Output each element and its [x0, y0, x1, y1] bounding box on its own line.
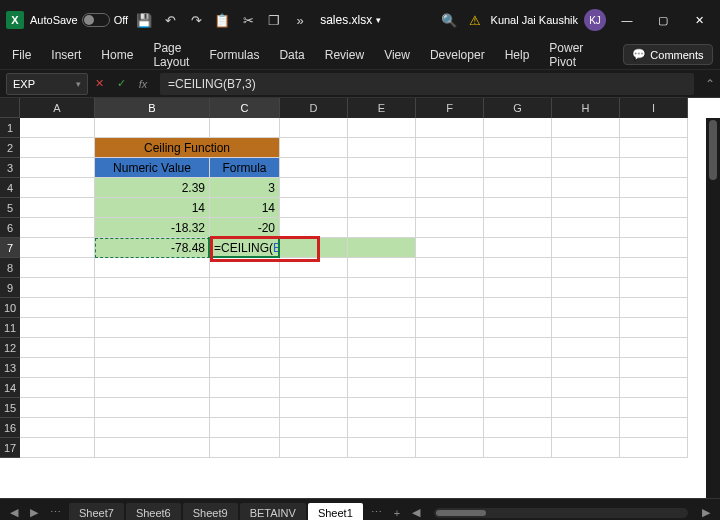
cell[interactable]: [20, 438, 95, 458]
cell[interactable]: [95, 358, 210, 378]
cell[interactable]: [348, 118, 416, 138]
cell[interactable]: -18.32: [95, 218, 210, 238]
cell[interactable]: [95, 398, 210, 418]
cell[interactable]: [552, 318, 620, 338]
comments-button[interactable]: 💬 Comments: [623, 44, 712, 65]
scroll-left-icon[interactable]: ◀: [408, 506, 424, 519]
cell[interactable]: [20, 278, 95, 298]
row-header-4[interactable]: 4: [0, 178, 20, 198]
col-header-g[interactable]: G: [484, 98, 552, 118]
cell[interactable]: [416, 198, 484, 218]
cell[interactable]: [620, 138, 688, 158]
copy-icon[interactable]: ❐: [264, 10, 284, 30]
cell[interactable]: [95, 338, 210, 358]
cell[interactable]: [210, 418, 280, 438]
cell[interactable]: [280, 338, 348, 358]
cell[interactable]: [20, 298, 95, 318]
cell[interactable]: [210, 258, 280, 278]
tab-page-layout[interactable]: Page Layout: [153, 41, 189, 69]
cells-grid[interactable]: Ceiling FunctionNumeric ValueFormula2.39…: [20, 118, 688, 458]
cell[interactable]: [484, 318, 552, 338]
cell[interactable]: [416, 118, 484, 138]
sheet-tab[interactable]: Sheet7: [69, 503, 124, 521]
cell[interactable]: [20, 198, 95, 218]
row-header-2[interactable]: 2: [0, 138, 20, 158]
cell[interactable]: [416, 238, 484, 258]
clipboard-icon[interactable]: 📋: [212, 10, 232, 30]
cell[interactable]: [416, 398, 484, 418]
cell[interactable]: [348, 438, 416, 458]
cell[interactable]: [280, 158, 348, 178]
select-all-corner[interactable]: [0, 98, 20, 118]
cell[interactable]: [280, 178, 348, 198]
cell[interactable]: [620, 178, 688, 198]
row-header-7[interactable]: 7: [0, 238, 20, 258]
cell[interactable]: [620, 118, 688, 138]
cell[interactable]: [552, 238, 620, 258]
cell[interactable]: [416, 278, 484, 298]
cell[interactable]: [552, 378, 620, 398]
cell[interactable]: [95, 298, 210, 318]
cell[interactable]: [620, 438, 688, 458]
cell[interactable]: [552, 338, 620, 358]
cell[interactable]: [552, 118, 620, 138]
row-header-11[interactable]: 11: [0, 318, 20, 338]
cell[interactable]: [484, 358, 552, 378]
cell[interactable]: [210, 298, 280, 318]
cell[interactable]: [348, 418, 416, 438]
cell[interactable]: [484, 418, 552, 438]
scroll-right-icon[interactable]: ▶: [698, 506, 714, 519]
cell[interactable]: [484, 118, 552, 138]
cell[interactable]: [348, 318, 416, 338]
cell[interactable]: [20, 138, 95, 158]
row-header-17[interactable]: 17: [0, 438, 20, 458]
cell[interactable]: [280, 318, 348, 338]
cell[interactable]: [348, 258, 416, 278]
vertical-scrollbar[interactable]: [706, 118, 720, 498]
cell[interactable]: [348, 238, 416, 258]
cell[interactable]: [484, 178, 552, 198]
sheet-tab[interactable]: BETAINV: [240, 503, 306, 521]
cell[interactable]: [416, 158, 484, 178]
cell[interactable]: [620, 398, 688, 418]
row-header-12[interactable]: 12: [0, 338, 20, 358]
col-header-h[interactable]: H: [552, 98, 620, 118]
col-header-e[interactable]: E: [348, 98, 416, 118]
cell[interactable]: Formula: [210, 158, 280, 178]
cell[interactable]: [210, 278, 280, 298]
cell[interactable]: [552, 178, 620, 198]
cell[interactable]: [416, 418, 484, 438]
cell[interactable]: [280, 118, 348, 138]
cell[interactable]: [280, 358, 348, 378]
accept-formula-icon[interactable]: ✓: [110, 73, 132, 95]
maximize-button[interactable]: ▢: [648, 8, 678, 32]
cell[interactable]: [620, 358, 688, 378]
cell[interactable]: [210, 358, 280, 378]
cell[interactable]: [20, 238, 95, 258]
cell[interactable]: [552, 258, 620, 278]
cell[interactable]: [348, 138, 416, 158]
cell[interactable]: [620, 378, 688, 398]
cell[interactable]: [552, 198, 620, 218]
undo-icon[interactable]: ↶: [160, 10, 180, 30]
row-header-8[interactable]: 8: [0, 258, 20, 278]
row-header-15[interactable]: 15: [0, 398, 20, 418]
cell[interactable]: [416, 258, 484, 278]
cell[interactable]: [280, 298, 348, 318]
name-box[interactable]: EXP: [6, 73, 88, 95]
horizontal-scrollbar[interactable]: [434, 508, 688, 518]
cell[interactable]: 3: [210, 178, 280, 198]
cell[interactable]: [620, 338, 688, 358]
row-header-10[interactable]: 10: [0, 298, 20, 318]
tab-home[interactable]: Home: [101, 48, 133, 62]
cell[interactable]: [95, 378, 210, 398]
tab-review[interactable]: Review: [325, 48, 364, 62]
user-avatar[interactable]: KJ: [584, 9, 606, 31]
cell[interactable]: [348, 298, 416, 318]
cell[interactable]: [20, 118, 95, 138]
cell[interactable]: [552, 138, 620, 158]
cell[interactable]: -20: [210, 218, 280, 238]
cell[interactable]: [348, 198, 416, 218]
next-sheet-icon[interactable]: ▶: [26, 506, 42, 519]
cell[interactable]: [280, 198, 348, 218]
